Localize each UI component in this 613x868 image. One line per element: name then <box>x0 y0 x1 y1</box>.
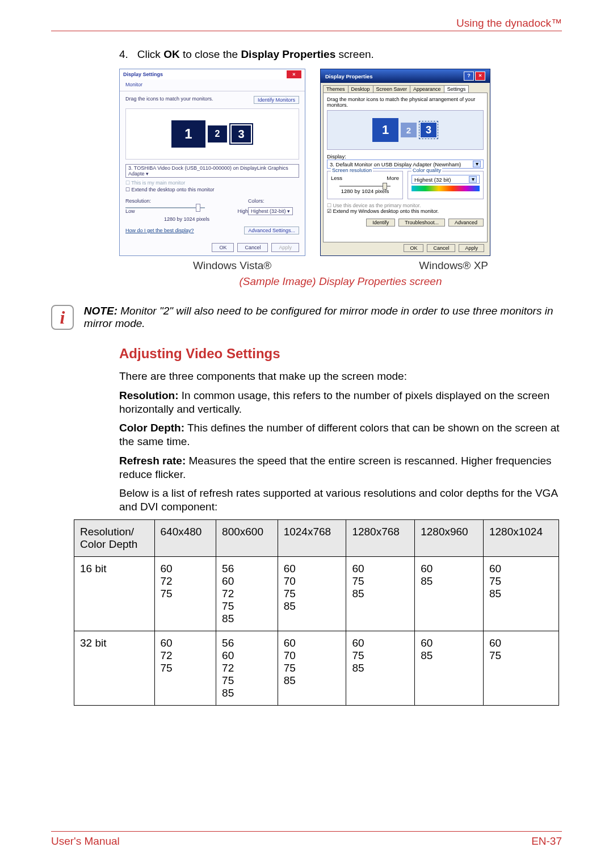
note-text: NOTE: Monitor "2" will also need to be c… <box>84 305 562 330</box>
tab-themes[interactable]: Themes <box>323 85 349 93</box>
apply-button[interactable]: Apply <box>459 244 484 252</box>
footer-left: User's Manual <box>51 835 120 848</box>
apply-button[interactable]: Apply <box>271 243 299 252</box>
chevron-down-icon: ▾ <box>473 161 481 167</box>
table-header: 800x600 <box>216 519 278 556</box>
close-icon[interactable]: × <box>475 72 485 81</box>
close-icon[interactable]: × <box>287 70 301 78</box>
vista-help-link[interactable]: How do I get the best display? <box>125 228 194 233</box>
xp-cb-primary[interactable]: ☐ Use this device as the primary monitor… <box>327 203 484 208</box>
table-header: 640x480 <box>154 519 216 556</box>
info-icon: i <box>51 305 74 330</box>
header-rule <box>51 31 562 31</box>
sample-image-caption: (Sample Image) Display Properties screen <box>119 275 562 288</box>
xp-res-slider[interactable] <box>339 186 391 187</box>
para-below: Below is a list of refresh rates support… <box>119 487 562 514</box>
vista-tab-monitor[interactable]: Monitor <box>120 79 305 90</box>
tab-settings[interactable]: Settings <box>444 85 469 93</box>
monitor-3-icon[interactable]: 3 <box>421 123 436 137</box>
refresh-rate-table: Resolution/ Color Depth640x480800x600102… <box>74 519 559 706</box>
tab-appearance[interactable]: Appearance <box>410 85 444 93</box>
monitor-2-icon[interactable]: 2 <box>208 125 227 142</box>
table-header: 1280x960 <box>415 519 484 556</box>
para-intro: There are three components that make up … <box>119 370 562 383</box>
page-footer: User's Manual EN-37 <box>51 831 562 848</box>
vista-title: Display Settings <box>123 72 163 77</box>
table-cell: 60 75 85 <box>346 556 415 631</box>
cancel-button[interactable]: Cancel <box>427 244 455 252</box>
table-cell: 60 70 75 85 <box>278 631 346 705</box>
xp-display-label: Display: <box>327 153 484 160</box>
table-cell: 60 75 <box>483 631 559 705</box>
table-cell: 60 72 75 <box>154 556 216 631</box>
ok-button[interactable]: OK <box>212 243 234 252</box>
vista-res-label: Resolution: <box>125 198 248 204</box>
monitor-1-icon[interactable]: 1 <box>171 120 205 148</box>
step-bold-dp: Display Properties <box>241 48 335 60</box>
table-cell: 56 60 72 75 85 <box>216 631 278 705</box>
vista-res-slider[interactable] <box>125 207 205 208</box>
caption-vista: Windows Vista® <box>193 259 271 272</box>
table-header: Resolution/ Color Depth <box>74 519 155 556</box>
xp-cq-label: Color quality <box>412 167 442 173</box>
xp-title: Display Properties <box>325 73 372 79</box>
tab-screensaver[interactable]: Screen Saver <box>373 85 411 93</box>
step-4: 4. Click OK to close the Display Propert… <box>119 48 562 61</box>
table-header: 1280x1024 <box>483 519 559 556</box>
step-text2: to close the <box>180 48 241 60</box>
table-cell: 60 75 85 <box>346 631 415 705</box>
page-section-label: Using the dynadock™ <box>51 17 562 30</box>
monitor-3-icon[interactable]: 3 <box>232 125 251 142</box>
tab-desktop[interactable]: Desktop <box>348 85 373 93</box>
note-label: NOTE: <box>84 305 117 317</box>
vista-window: Display Settings × Monitor Drag the icon… <box>119 69 305 256</box>
row-label: 16 bit <box>74 556 155 631</box>
vista-monitor-area[interactable]: 1 2 3 <box>125 108 299 160</box>
table-row: 16 bit60 72 7556 60 72 75 8560 70 75 856… <box>74 556 559 631</box>
troubleshoot-button[interactable]: Troubleshoot... <box>398 219 445 227</box>
table-row: 32 bit60 72 7556 60 72 75 8560 70 75 856… <box>74 631 559 705</box>
ok-button[interactable]: OK <box>404 244 423 252</box>
chevron-down-icon: ▾ <box>469 176 477 183</box>
identify-button[interactable]: Identify <box>366 219 395 227</box>
vista-arrange-text: Drag the icons to match your monitors. <box>125 96 213 104</box>
advanced-settings-button[interactable]: Advanced Settings... <box>244 227 299 234</box>
xp-res-label: Screen resolution <box>331 167 373 173</box>
xp-window: Display Properties ? × Themes Desktop Sc… <box>320 69 490 256</box>
monitor-2-icon[interactable]: 2 <box>401 123 417 137</box>
identify-monitors-button[interactable]: Identify Monitors <box>254 96 299 104</box>
vista-res-value: 1280 by 1024 pixels <box>125 216 248 222</box>
monitor-1-icon[interactable]: 1 <box>372 118 398 142</box>
xp-cb-extend[interactable]: ☑ Extend my Windows desktop onto this mo… <box>327 208 484 214</box>
vista-colors-select[interactable]: Highest (32-bit) ▾ <box>248 207 293 215</box>
step-bold-ok: OK <box>163 48 180 60</box>
step-text: Click <box>137 48 163 60</box>
footer-right: EN-37 <box>531 835 562 848</box>
advanced-button[interactable]: Advanced <box>448 219 484 227</box>
note-body: Monitor "2" will also need to be configu… <box>84 305 553 329</box>
xp-cq-select[interactable]: Highest (32 bit)▾ <box>412 175 480 184</box>
xp-drag-text: Drag the monitor icons to match the phys… <box>327 97 484 108</box>
vista-cb-main[interactable]: ☐ This is my main monitor <box>125 180 299 186</box>
table-cell: 60 85 <box>415 631 484 705</box>
para-color-depth: Color Depth: This defines the number of … <box>119 421 562 448</box>
cancel-button[interactable]: Cancel <box>237 243 268 252</box>
para-refresh-rate: Refresh rate: Measures the speed that th… <box>119 454 562 481</box>
table-cell: 56 60 72 75 85 <box>216 556 278 631</box>
xp-res-value: 1280 by 1024 pixels <box>331 188 399 194</box>
step-text3: screen. <box>335 48 374 60</box>
caption-xp: Windows® XP <box>419 259 488 272</box>
table-cell: 60 72 75 <box>154 631 216 705</box>
vista-device-select[interactable]: 3. TOSHIBA Video Dock (USB_0110-000000) … <box>125 164 299 178</box>
vista-cb-extend[interactable]: ☐ Extend the desktop onto this monitor <box>125 187 299 192</box>
table-header: 1280x768 <box>346 519 415 556</box>
xp-monitor-area[interactable]: 1 2 3 <box>327 110 484 150</box>
row-label: 32 bit <box>74 631 155 705</box>
xp-tabs: Themes Desktop Screen Saver Appearance S… <box>321 83 490 93</box>
figures: Display Settings × Monitor Drag the icon… <box>119 69 562 256</box>
para-resolution: Resolution: In common usage, this refers… <box>119 389 562 416</box>
table-cell: 60 70 75 85 <box>278 556 346 631</box>
help-icon[interactable]: ? <box>464 72 474 81</box>
table-cell: 60 85 <box>415 556 484 631</box>
table-cell: 60 75 85 <box>483 556 559 631</box>
